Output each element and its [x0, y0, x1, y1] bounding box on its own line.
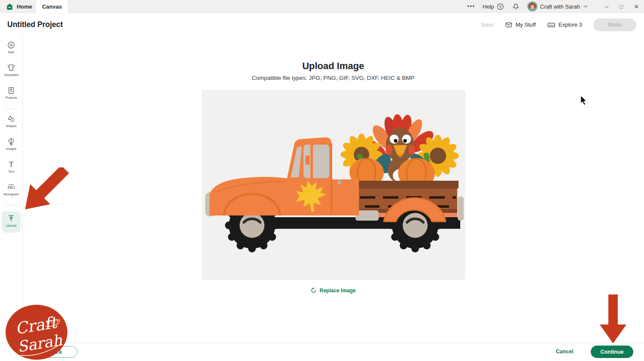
maximize-button[interactable]: □ [620, 3, 623, 10]
cricut-home-icon [6, 3, 14, 11]
footer-divider [0, 343, 644, 343]
uploaded-image-preview [202, 90, 465, 280]
machine-selector[interactable]: Explore 3 [547, 21, 582, 29]
replace-refresh-icon [310, 287, 317, 294]
mouse-cursor [580, 95, 588, 106]
tutorial-arrow-continue [600, 294, 626, 345]
sidebar-item-label: Shapes [0, 124, 22, 128]
continue-button[interactable]: Continue [591, 346, 633, 358]
new-icon [7, 41, 15, 49]
minimize-button[interactable]: – [605, 3, 608, 10]
tshirt-icon [7, 64, 15, 72]
machine-label: Explore 3 [559, 21, 582, 28]
upload-title: Upload Image [22, 61, 644, 72]
my-stuff-label: My Stuff [516, 21, 536, 28]
overflow-menu-button[interactable]: ••• [467, 3, 475, 9]
account-name: Craft with Sarah [540, 3, 580, 10]
account-menu[interactable]: Craft with Sarah [527, 1, 589, 12]
page-title: Untitled Project [7, 20, 63, 29]
tab-home[interactable]: Home [3, 0, 35, 13]
make-button[interactable]: Make [593, 18, 636, 31]
top-tab-bar: Home Canvas ••• Help ? Craft with [0, 0, 644, 13]
compatible-file-types: Compatible file types: JPG, PNG, GIF, SV… [22, 75, 644, 81]
replace-image-label: Replace Image [319, 288, 355, 294]
fall-truck-illustration [202, 90, 465, 280]
close-button[interactable]: ✕ [634, 3, 639, 10]
shapes-icon [7, 115, 15, 123]
sidebar-item-label: New [0, 50, 22, 54]
sidebar-item-label: Templates [0, 73, 22, 77]
svg-text:?: ? [499, 4, 501, 9]
help-label: Help [483, 3, 494, 10]
sidebar-section-divider [5, 109, 17, 109]
cutting-machine-icon [547, 21, 556, 29]
sidebar-item-shapes[interactable]: Shapes [0, 115, 22, 128]
tab-canvas-label: Canvas [42, 3, 62, 10]
sidebar-item-projects[interactable]: Projects [0, 86, 22, 100]
tab-canvas[interactable]: Canvas [36, 0, 68, 13]
craft-with-sarah-logo: Craft WITH Sarah [5, 304, 68, 360]
rear-bumper [458, 197, 464, 221]
project-book-icon [7, 86, 15, 95]
cancel-button[interactable]: Cancel [555, 349, 574, 355]
tutorial-arrow-upload [12, 167, 74, 221]
help-question-icon: ? [496, 3, 504, 11]
sidebar-item-label: Images [0, 147, 22, 151]
my-stuff-button[interactable]: My Stuff [505, 21, 536, 29]
help-button[interactable]: Help ? [483, 3, 504, 11]
avatar [527, 1, 538, 12]
sidebar-item-images[interactable]: Images [0, 137, 22, 151]
fuel-tank [355, 210, 379, 221]
notifications-bell-icon[interactable] [512, 3, 520, 11]
sidebar-item-templates[interactable]: Templates [0, 64, 22, 77]
chevron-down-icon [583, 3, 589, 9]
truck-cab [210, 137, 359, 215]
envelope-icon [505, 21, 513, 29]
sidebar-item-label: Projects [0, 96, 22, 100]
project-header: Untitled Project Save My Stuff Explore 3… [0, 13, 644, 36]
hot-air-balloon-icon [7, 137, 15, 146]
save-button[interactable]: Save [481, 21, 494, 28]
sidebar-item-label: Upload [2, 224, 21, 228]
tab-home-label: Home [17, 3, 32, 10]
sidebar-item-new[interactable]: New [0, 41, 22, 54]
replace-image-button[interactable]: Replace Image [22, 287, 644, 294]
